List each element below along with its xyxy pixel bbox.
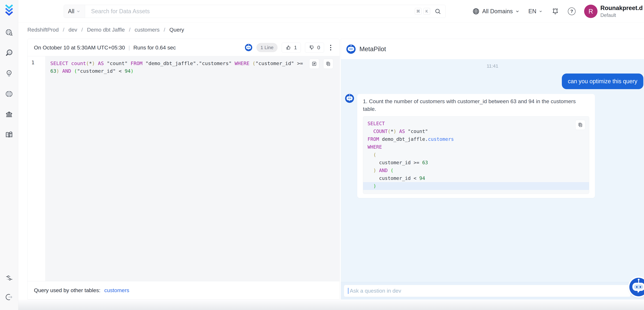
sidebar — [0, 0, 18, 310]
metapilot-header: MetaPilot — [341, 39, 644, 59]
bot-response-card: 1. Count the number of customers with cu… — [357, 94, 595, 198]
breadcrumb: RedshiftProd / dev / Demo dbt Jaffle / c… — [28, 23, 184, 36]
breadcrumb-separator: / — [63, 27, 64, 33]
domains-globe-icon — [5, 90, 14, 99]
bot-sql-code-lines[interactable]: SELECT COUNT(*) AS "count"FROM demo_dbt_… — [363, 120, 589, 190]
search-filter-label: All — [68, 8, 74, 15]
chat-timestamp: 11:41 — [341, 63, 644, 69]
user-name: Rounakpreet.d — [600, 5, 643, 12]
notifications-bell-icon[interactable] — [551, 7, 559, 15]
search-filter-dropdown[interactable]: All — [64, 5, 85, 18]
chat-input-wrap — [344, 285, 630, 297]
query-meta: On October 10 at 5:30AM UTC+05:30 | Runs… — [34, 45, 176, 51]
line-number: 1 — [31, 60, 34, 66]
breadcrumb-item-connection[interactable]: RedshiftProd — [28, 27, 59, 33]
downvote-count: 0 — [317, 45, 320, 51]
bot-response-text: 1. Count the number of customers with cu… — [363, 97, 589, 113]
sidebar-item-knowledge[interactable] — [5, 131, 14, 139]
globe-icon — [472, 7, 480, 15]
expand-query-button[interactable] — [309, 59, 319, 69]
language-dropdown[interactable]: EN — [528, 8, 543, 15]
sidebar-item-insights[interactable] — [5, 49, 14, 58]
copy-icon — [578, 122, 583, 127]
all-domains-dropdown[interactable]: All Domains — [472, 7, 520, 15]
breadcrumb-item-table[interactable]: customers — [134, 27, 160, 33]
downvote-button[interactable]: 0 — [305, 43, 324, 53]
line-number-gutter: 1 — [28, 56, 46, 281]
search-icon[interactable] — [434, 8, 441, 15]
sidebar-item-domains[interactable] — [5, 90, 14, 99]
breadcrumb-current: Query — [170, 27, 184, 33]
avatar[interactable]: R — [584, 5, 598, 18]
user-menu[interactable]: R Rounakpreet.d Default — [584, 5, 643, 18]
sidebar-item-discover[interactable] — [5, 29, 14, 37]
sidebar-item-logout[interactable] — [5, 293, 14, 302]
meta-divider: | — [128, 45, 130, 51]
bot-message-row: 1. Count the number of customers with cu… — [341, 94, 644, 198]
user-subtitle: Default — [600, 13, 643, 18]
thumbs-down-icon — [309, 45, 315, 50]
chevron-down-icon — [76, 9, 81, 14]
metapilot-panel: MetaPilot 11:41 can you optimize this qu… — [341, 39, 644, 299]
chat-input-band — [341, 282, 644, 299]
knowledge-book-icon — [5, 130, 14, 140]
user-info: Rounakpreet.d Default — [600, 5, 643, 18]
copy-code-button[interactable] — [575, 120, 585, 130]
lines-badge: 1 Line — [256, 43, 278, 52]
help-icon[interactable]: ? — [568, 8, 576, 15]
used-by-label: Query used by other tables: — [34, 287, 100, 293]
breadcrumb-item-database[interactable]: dev — [68, 27, 77, 33]
chevron-down-icon — [538, 9, 543, 13]
bot-badge-icon — [245, 44, 252, 51]
search-shortcuts: ⌘ K — [415, 8, 446, 15]
sidebar-bottom — [0, 274, 18, 302]
k-key-badge: K — [424, 8, 430, 15]
sidebar-item-preferences[interactable] — [5, 274, 14, 282]
chevron-down-icon — [515, 9, 520, 14]
all-domains-label: All Domains — [482, 8, 513, 15]
sidebar-nav — [5, 29, 14, 139]
breadcrumb-item-schema[interactable]: Demo dbt Jaffle — [87, 27, 125, 33]
breadcrumb-separator: / — [129, 27, 130, 33]
bot-sql-code-block: SELECT COUNT(*) AS "count"FROM demo_dbt_… — [363, 116, 589, 194]
sidebar-item-governance[interactable] — [5, 110, 14, 119]
upvote-count: 1 — [294, 45, 297, 51]
query-header-actions: 1 Line 1 0 — [245, 43, 333, 53]
governance-bank-icon — [5, 110, 14, 119]
discover-globe-search-icon — [5, 28, 14, 38]
command-key-badge: ⌘ — [415, 8, 422, 15]
query-runtime: Runs for 0.64 sec — [134, 45, 176, 51]
query-footer: Query used by other tables: customers — [28, 281, 340, 299]
ask-question-input[interactable] — [344, 285, 630, 297]
query-header: On October 10 at 5:30AM UTC+05:30 | Runs… — [28, 39, 340, 56]
breadcrumb-separator: / — [82, 27, 83, 33]
sql-editor: 1 SELECT count(*) AS "count" FROM "demo_… — [28, 56, 340, 281]
global-search[interactable]: All Search for Data Assets ⌘ K — [64, 5, 446, 18]
idea-lightbulb-icon — [5, 69, 14, 78]
text-caret — [348, 288, 348, 294]
logout-icon — [5, 293, 14, 302]
sql-code[interactable]: SELECT count(*) AS "count" FROM "demo_db… — [46, 56, 340, 281]
chat-body: 11:41 can you optimize this query 1. Cou… — [341, 59, 644, 282]
upvote-button[interactable]: 1 — [282, 43, 301, 53]
bottom-strip — [18, 299, 644, 310]
atlan-logo[interactable] — [4, 4, 14, 16]
topbar: All Search for Data Assets ⌘ K All Domai… — [18, 0, 644, 23]
search-input[interactable]: Search for Data Assets — [91, 8, 415, 15]
copy-query-button[interactable] — [323, 59, 333, 69]
breadcrumb-separator: / — [164, 27, 165, 33]
used-by-table-link[interactable]: customers — [104, 287, 129, 293]
language-label: EN — [528, 8, 536, 15]
user-message-bubble: can you optimize this query — [562, 74, 643, 89]
metapilot-title: MetaPilot — [360, 45, 386, 53]
query-panel: On October 10 at 5:30AM UTC+05:30 | Runs… — [28, 39, 340, 299]
more-options-menu[interactable] — [328, 44, 333, 52]
editor-buttons — [309, 59, 333, 69]
metapilot-bot-icon — [346, 45, 356, 54]
topbar-right: All Domains EN ? R Rounakpreet.d Default — [472, 5, 644, 18]
preferences-sliders-icon — [5, 274, 14, 283]
sidebar-item-ideas[interactable] — [5, 70, 14, 78]
insights-magnifier-chart-icon — [5, 49, 14, 58]
app-root: All Search for Data Assets ⌘ K All Domai… — [0, 0, 644, 310]
user-message-row: can you optimize this query — [341, 74, 644, 89]
